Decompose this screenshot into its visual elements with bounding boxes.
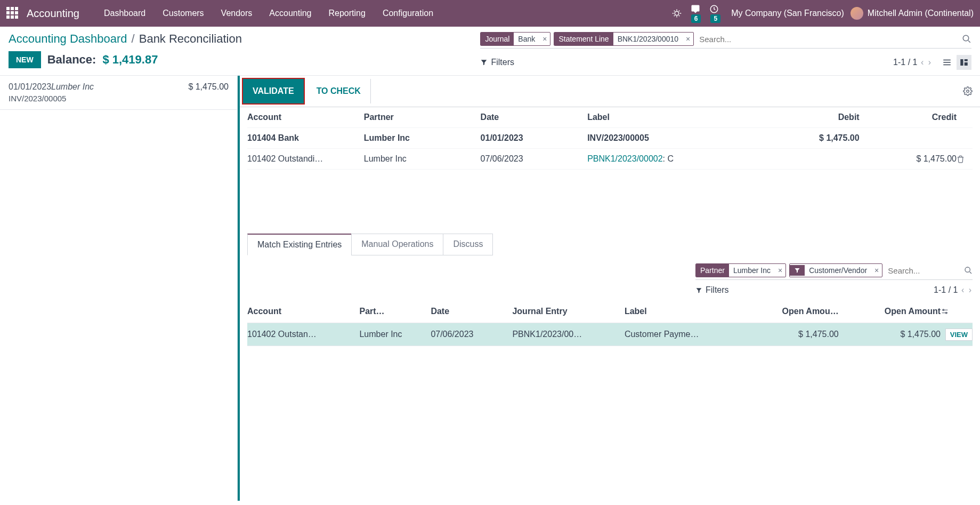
menu-reporting[interactable]: Reporting [320,0,374,27]
breadcrumb-link[interactable]: Accounting Dashboard [9,32,127,46]
to-check-button[interactable]: TO CHECK [307,79,371,103]
facet-value: Customer/Vendor [805,264,871,277]
th-debit: Debit [762,113,859,122]
cell-label: PBNK1/2023/00002: C [587,154,762,164]
columns-gear-icon[interactable] [941,307,973,316]
pager-prev-icon[interactable]: ‹ [921,58,924,67]
facet-key: Partner [696,264,729,277]
cell-journal: PBNK1/2023/00… [512,330,624,339]
facet-remove-icon[interactable]: × [775,266,785,275]
filters-label: Filters [491,58,514,67]
th-date: Date [431,307,512,316]
pager-next-icon[interactable]: › [969,285,971,294]
activities-icon[interactable]: 5 [709,4,720,22]
statement-line[interactable]: 01/01/2023 Lumber Inc $ 1,475.00 INV/202… [0,76,237,110]
facet-value: Bank [514,33,539,45]
breadcrumb-current: Bank Reconciliation [139,32,242,46]
breadcrumb: Accounting Dashboard / Bank Reconciliati… [9,32,480,46]
pager: 1-1 / 1 ‹ › [893,58,932,67]
facet-key: Statement Line [554,33,613,45]
entries-table: Account Partner Date Label Debit Credit … [240,107,980,170]
facet-remove-icon[interactable]: × [539,35,550,43]
cell-partner: Lumber Inc [359,330,431,339]
messages-badge: 6 [691,14,701,23]
apps-icon[interactable] [6,7,19,20]
entry-row: 101402 Outstandi… Lumber Inc 07/06/2023 … [247,149,973,170]
entry-row: 101404 Bank Lumber Inc 01/01/2023 INV/20… [247,128,973,149]
inner-facet-cv: Customer/Vendor × [789,263,882,277]
menu-accounting[interactable]: Accounting [261,0,320,27]
cell-credit: $ 1,475.00 [860,154,957,164]
filter-icon [790,265,805,276]
inner-search-input[interactable] [886,264,961,277]
th-account: Account [247,307,359,316]
balance-value: $ 1,419.87 [102,53,158,67]
company-selector[interactable]: My Company (San Francisco) [731,9,844,18]
menu-configuration[interactable]: Configuration [374,0,442,27]
pager-text: 1-1 / 1 [934,285,958,294]
filters-button[interactable]: Filters [480,58,514,67]
breadcrumb-sep: / [132,32,135,46]
tab-discuss[interactable]: Discuss [443,234,493,255]
th-date: Date [481,113,588,122]
journal-link[interactable]: PBNK1/2023/00002 [587,154,662,163]
main-area: 01/01/2023 Lumber Inc $ 1,475.00 INV/202… [0,76,980,501]
inner-pager: 1-1 / 1 ‹ › [934,285,973,295]
tab-match-existing[interactable]: Match Existing Entries [247,234,352,255]
tab-manual-operations[interactable]: Manual Operations [351,234,443,255]
facet-remove-icon[interactable]: × [871,266,882,275]
activities-badge: 5 [710,14,720,23]
new-button[interactable]: NEW [9,51,41,68]
search-input[interactable] [697,33,959,46]
trash-icon[interactable] [957,155,973,163]
cell-open2: $ 1,475.00 [839,330,941,339]
svg-rect-4 [965,59,968,61]
pager-next-icon[interactable]: › [928,58,931,67]
cell-account: 101402 Outstandi… [247,154,364,164]
th-open1: Open Amou… [736,307,838,316]
messages-icon[interactable]: 6 [690,4,701,22]
inner-filters-button[interactable]: Filters [695,285,729,295]
cell-date: 07/06/2023 [431,330,512,339]
match-table: Account Part… Date Journal Entry Label O… [240,300,980,346]
th-partner: Part… [359,307,431,316]
list-view-icon[interactable] [939,55,954,70]
validate-button[interactable]: VALIDATE [242,78,305,105]
th-open2: Open Amount [839,307,941,316]
svg-point-0 [675,11,679,15]
cell-date: 07/06/2023 [481,154,588,164]
line-amount: $ 1,475.00 [188,82,229,92]
cell-label: INV/2023/00005 [587,133,762,143]
facet-remove-icon[interactable]: × [683,35,693,43]
match-row[interactable]: 101402 Outstan… Lumber Inc 07/06/2023 PB… [247,323,973,346]
reconciliation-panel: VALIDATE TO CHECK Account Partner Date L… [238,76,980,501]
pager-prev-icon[interactable]: ‹ [961,285,964,294]
menu-vendors[interactable]: Vendors [213,0,261,27]
facet-statement-line: Statement Line BNK1/2023/00010 × [554,32,694,46]
facet-value: BNK1/2023/00010 [613,33,683,45]
menu-dashboard[interactable]: Dashboard [95,0,154,27]
svg-rect-3 [960,59,963,66]
search-icon[interactable] [964,266,973,275]
debug-icon[interactable] [672,9,682,18]
th-journal: Journal Entry [512,307,624,316]
kanban-view-icon[interactable] [957,55,971,70]
pager-text: 1-1 / 1 [893,58,917,67]
app-title[interactable]: Accounting [27,7,79,20]
top-navbar: Accounting Dashboard Customers Vendors A… [0,0,980,27]
gear-icon[interactable] [963,86,973,96]
search-icon[interactable] [962,34,971,44]
user-menu[interactable]: Mitchell Admin (Continental) [851,7,974,20]
menu-customers[interactable]: Customers [154,0,212,27]
facet-journal: Journal Bank × [480,32,550,46]
balance-label: Balance: [47,53,96,67]
th-partner: Partner [364,113,481,122]
th-label: Label [625,307,736,316]
user-name: Mitchell Admin (Continental) [868,9,974,18]
inner-facet-partner: Partner Lumber Inc × [695,263,786,277]
control-row: Accounting Dashboard / Bank Reconciliati… [0,27,980,76]
th-label: Label [587,113,762,122]
search-bar: Journal Bank × Statement Line BNK1/2023/… [480,32,971,49]
view-button[interactable]: VIEW [945,328,973,341]
cell-open1: $ 1,475.00 [736,330,838,339]
